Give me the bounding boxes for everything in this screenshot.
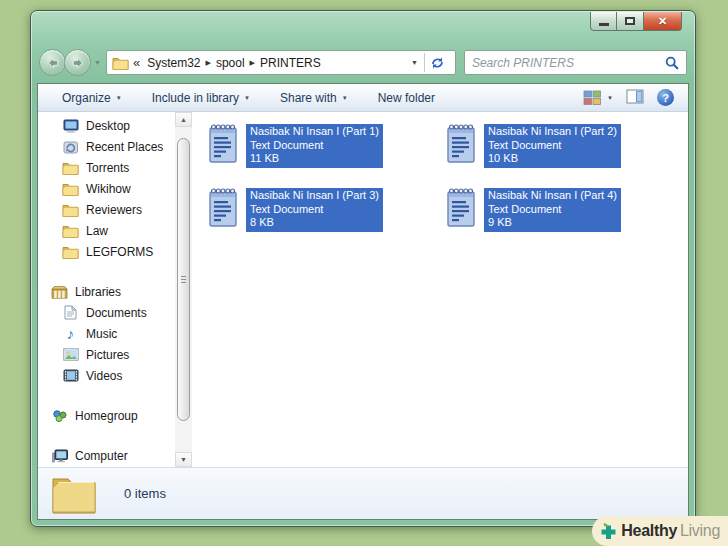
- toolbar-right-group: ▼ ?: [583, 89, 674, 107]
- sidebar-label: Wikihow: [86, 182, 131, 196]
- address-dropdown-icon[interactable]: ▼: [405, 59, 424, 66]
- scroll-down-button[interactable]: ▼: [175, 452, 192, 467]
- sidebar-item-homegroup[interactable]: Homegroup: [38, 405, 175, 426]
- sidebar-label: Recent Places: [86, 140, 163, 154]
- refresh-button[interactable]: [425, 56, 450, 70]
- file-tile-part1[interactable]: Nasibak Ni Insan I (Part 1) Text Documen…: [206, 122, 444, 186]
- address-folder-icon: [112, 56, 129, 70]
- sidebar-item-pictures[interactable]: Pictures: [38, 344, 175, 365]
- details-pane: 0 items: [38, 467, 688, 519]
- search-input[interactable]: [472, 56, 665, 70]
- folder-icon: [62, 224, 79, 238]
- sidebar-label: Law: [86, 224, 108, 238]
- file-size: 10 KB: [488, 152, 617, 166]
- sidebar-item-documents[interactable]: Documents: [38, 302, 175, 323]
- forward-button[interactable]: [64, 49, 91, 76]
- include-in-library-label: Include in library: [152, 91, 239, 105]
- scroll-up-icon: ▲: [180, 116, 187, 123]
- sidebar-label: Libraries: [75, 285, 121, 299]
- organize-button[interactable]: Organize ▼: [62, 91, 122, 105]
- chevron-down-icon: ▼: [607, 95, 613, 101]
- watermark-bold-text: Healthy: [621, 522, 677, 540]
- sidebar-item-torrents[interactable]: Torrents: [38, 157, 175, 178]
- breadcrumb-separator-icon[interactable]: ▶: [205, 59, 212, 67]
- sidebar-item-law[interactable]: Law: [38, 220, 175, 241]
- scroll-up-button[interactable]: ▲: [175, 112, 192, 127]
- new-folder-label: New folder: [378, 91, 435, 105]
- forward-arrow-icon: [71, 56, 85, 70]
- search-icon[interactable]: [665, 56, 679, 70]
- music-note-icon: ♪: [62, 327, 79, 341]
- breadcrumb-item-system32[interactable]: System32: [143, 55, 204, 71]
- address-bar[interactable]: « System32 ▶ spool ▶ PRINTERS ▼: [106, 50, 456, 75]
- sidebar-label: Desktop: [86, 119, 130, 133]
- sidebar-label: Videos: [86, 369, 122, 383]
- sidebar-item-music[interactable]: ♪ Music: [38, 323, 175, 344]
- window-controls: ✕: [590, 12, 682, 31]
- file-tile-part2[interactable]: Nasibak Ni Insan I (Part 2) Text Documen…: [444, 122, 682, 186]
- text-file-icon: [206, 186, 240, 228]
- content-area: Organize ▼ Include in library ▼ Share wi…: [37, 83, 689, 520]
- sidebar-item-reviewers[interactable]: Reviewers: [38, 199, 175, 220]
- sidebar-item-computer[interactable]: Computer: [38, 445, 175, 466]
- share-with-button[interactable]: Share with ▼: [280, 91, 348, 105]
- file-type: Text Document: [488, 203, 617, 217]
- scrollbar-thumb[interactable]: [177, 138, 190, 421]
- sidebar-item-videos[interactable]: Videos: [38, 365, 175, 386]
- breadcrumb-item-printers[interactable]: PRINTERS: [256, 55, 325, 71]
- file-type: Text Document: [488, 139, 617, 153]
- health-cross-icon: [599, 522, 618, 541]
- sidebar-label: Music: [86, 327, 117, 341]
- homegroup-icon: [51, 409, 68, 423]
- change-view-button[interactable]: ▼: [583, 90, 613, 106]
- chevron-down-icon: ▼: [342, 95, 348, 101]
- command-toolbar: Organize ▼ Include in library ▼ Share wi…: [38, 84, 688, 112]
- close-button[interactable]: ✕: [644, 12, 682, 31]
- file-tile-info: Nasibak Ni Insan I (Part 4) Text Documen…: [484, 188, 621, 232]
- chevron-down-icon: ▼: [116, 95, 122, 101]
- item-count-label: 0 items: [124, 486, 166, 501]
- share-with-label: Share with: [280, 91, 337, 105]
- file-name: Nasibak Ni Insan I (Part 4): [488, 189, 617, 203]
- file-name: Nasibak Ni Insan I (Part 1): [250, 125, 379, 139]
- sidebar-item-legforms[interactable]: LEGFORMS: [38, 241, 175, 262]
- preview-pane-button[interactable]: [626, 89, 644, 107]
- back-button[interactable]: [39, 49, 66, 76]
- file-size: 9 KB: [488, 216, 617, 230]
- explorer-window: ✕ ▼ « System32 ▶ spool ▶ PRINTERS ▼: [30, 10, 696, 527]
- sidebar-label: LEGFORMS: [86, 245, 153, 259]
- file-list: Nasibak Ni Insan I (Part 1) Text Documen…: [192, 112, 688, 467]
- maximize-button[interactable]: [617, 12, 644, 31]
- sidebar-item-recent-places[interactable]: Recent Places: [38, 136, 175, 157]
- breadcrumb-separator-icon[interactable]: ▶: [249, 59, 256, 67]
- folder-icon: [62, 161, 79, 175]
- file-tile-part3[interactable]: Nasibak Ni Insan I (Part 3) Text Documen…: [206, 186, 444, 250]
- recent-pages-dropdown[interactable]: ▼: [94, 59, 101, 66]
- sidebar-item-wikihow[interactable]: Wikihow: [38, 178, 175, 199]
- file-tile-part4[interactable]: Nasibak Ni Insan I (Part 4) Text Documen…: [444, 186, 682, 250]
- file-tile-info: Nasibak Ni Insan I (Part 1) Text Documen…: [246, 124, 383, 168]
- sidebar-group-gap: [38, 386, 175, 405]
- sidebar-item-desktop[interactable]: Desktop: [38, 115, 175, 136]
- maximize-icon: [625, 17, 635, 25]
- sidebar-item-libraries[interactable]: Libraries: [38, 281, 175, 302]
- sidebar-label: Torrents: [86, 161, 129, 175]
- sidebar-scrollbar[interactable]: ▲ ▼: [175, 112, 192, 467]
- minimize-button[interactable]: [590, 12, 617, 31]
- videos-icon: [62, 369, 79, 382]
- include-in-library-button[interactable]: Include in library ▼: [152, 91, 250, 105]
- healthy-living-watermark: Healthy Living: [592, 516, 728, 546]
- help-button[interactable]: ?: [657, 89, 674, 106]
- pictures-icon: [62, 348, 79, 361]
- new-folder-button[interactable]: New folder: [378, 91, 435, 105]
- documents-icon: [62, 305, 79, 320]
- computer-icon: [51, 449, 68, 463]
- breadcrumb-item-spool[interactable]: spool: [212, 55, 249, 71]
- file-type: Text Document: [250, 139, 379, 153]
- folder-large-icon: [50, 474, 98, 514]
- breadcrumb-overflow[interactable]: «: [129, 55, 143, 70]
- text-file-icon: [444, 122, 478, 164]
- file-size: 11 KB: [250, 152, 379, 166]
- help-icon: ?: [662, 92, 669, 104]
- sidebar-group-gap: [38, 426, 175, 445]
